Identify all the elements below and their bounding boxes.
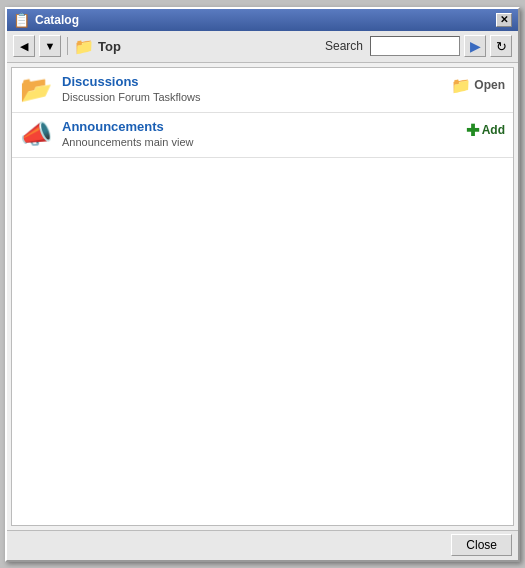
close-button[interactable]: Close [451, 534, 512, 556]
dropdown-button[interactable]: ▼ [39, 35, 61, 57]
announcements-title[interactable]: Announcements [62, 119, 456, 134]
title-bar: 📋 Catalog ✕ [7, 9, 518, 31]
search-input[interactable] [370, 36, 460, 56]
search-go-icon: ▶ [470, 38, 481, 54]
discussions-description: Discussion Forum Taskflows [62, 91, 441, 103]
add-icon: ✚ [466, 121, 479, 140]
catalog-window: 📋 Catalog ✕ ◀ ▼ 📁 Top Search ▶ ↻ [5, 7, 520, 562]
discussions-title[interactable]: Discussions [62, 74, 441, 89]
open-label: Open [474, 78, 505, 92]
list-item: 📂 Discussions Discussion Forum Taskflows… [12, 68, 513, 113]
search-label: Search [325, 39, 363, 53]
open-button[interactable]: 📁 Open [451, 76, 505, 95]
search-refresh-button[interactable]: ↻ [490, 35, 512, 57]
window-title: Catalog [35, 13, 79, 27]
open-folder-action-icon: 📁 [451, 76, 471, 95]
toolbar: ◀ ▼ 📁 Top Search ▶ ↻ [7, 31, 518, 63]
content-area: 📂 Discussions Discussion Forum Taskflows… [11, 67, 514, 526]
discussions-text: Discussions Discussion Forum Taskflows [62, 74, 441, 103]
dropdown-icon: ▼ [45, 40, 56, 52]
window-close-button[interactable]: ✕ [496, 13, 512, 27]
add-button[interactable]: ✚ Add [466, 121, 505, 140]
folder-icon: 📁 [74, 37, 94, 56]
footer: Close [7, 530, 518, 560]
announcements-text: Announcements Announcements main view [62, 119, 456, 148]
folder-name: Top [98, 39, 121, 54]
open-folder-icon: 📂 [20, 74, 52, 105]
back-icon: ◀ [20, 40, 28, 53]
announcements-description: Announcements main view [62, 136, 456, 148]
back-button[interactable]: ◀ [13, 35, 35, 57]
current-folder: 📁 Top [74, 37, 121, 56]
add-label: Add [482, 123, 505, 137]
window-icon: 📋 [13, 12, 30, 28]
megaphone-icon: 📣 [20, 119, 52, 150]
title-bar-left: 📋 Catalog [13, 12, 79, 28]
search-refresh-icon: ↻ [496, 39, 507, 54]
list-item: 📣 Announcements Announcements main view … [12, 113, 513, 158]
announcements-icon: 📣 [20, 119, 52, 151]
search-go-button[interactable]: ▶ [464, 35, 486, 57]
discussions-icon: 📂 [20, 74, 52, 106]
toolbar-separator [67, 37, 68, 55]
